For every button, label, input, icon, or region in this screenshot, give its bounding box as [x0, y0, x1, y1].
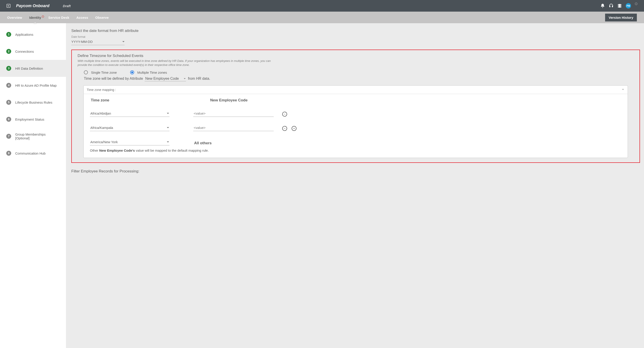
radio-single-label: Single Time zone — [91, 71, 117, 74]
tab-service-desk[interactable]: Service Desk — [48, 16, 69, 19]
timezone-mapping-card: Time zone mapping : Time zone New Employ… — [84, 85, 628, 158]
timezone-section-description: With multiple time zones, events will be… — [78, 59, 274, 67]
mapping-value-input[interactable] — [193, 126, 274, 131]
timezone-section-title: Define Timezone for Scheduled Events — [78, 54, 634, 58]
attribute-sentence: Time zone will be defined by Attribute N… — [78, 77, 634, 81]
chevron-down-icon — [167, 127, 169, 128]
step-label: Connections — [15, 50, 34, 53]
timezone-footnote: Other New Employee Code's value will be … — [90, 149, 622, 152]
tab-identity-label: Identity — [29, 16, 41, 19]
main-content: Select the date format from HR attribute… — [66, 23, 644, 348]
column-header-value: New Employee Code — [188, 98, 268, 103]
footnote-bold: New Employee Code's — [99, 149, 135, 152]
timezone-select[interactable]: Africa/Kampala — [90, 126, 170, 131]
timezone-mapping-row: Africa/Kampala — [90, 126, 622, 131]
step-number-badge: 3 — [6, 66, 11, 71]
step-label: Applications — [15, 33, 33, 36]
step-number-badge: 1 — [6, 32, 11, 37]
default-timezone-value: America/New York — [90, 140, 118, 144]
tab-access[interactable]: Access — [76, 16, 88, 19]
step-number-badge: 7 — [6, 134, 11, 139]
step-label: Group Memberships [Optional] — [15, 133, 60, 140]
remove-row-button[interactable] — [282, 126, 287, 131]
tab-overview[interactable]: Overview — [7, 16, 22, 19]
tab-bar: Overview Identity Service Desk Access Ob… — [0, 12, 644, 23]
date-format-section-title: Select the date format from HR attribute — [71, 29, 640, 33]
sidebar-step[interactable]: 5Lifecycle Business Rules — [0, 94, 66, 111]
timezone-section-highlight: Define Timezone for Scheduled Events Wit… — [71, 50, 640, 163]
step-number-badge: 6 — [6, 117, 11, 122]
default-timezone-select[interactable]: America/New York — [90, 140, 170, 145]
tab-identity[interactable]: Identity — [29, 16, 41, 19]
mapping-value-input[interactable] — [193, 111, 274, 117]
warning-icon — [634, 4, 638, 8]
timezone-mapping-header-label: Time zone mapping : — [87, 88, 116, 92]
chevron-down-icon — [167, 113, 169, 114]
timezone-select[interactable]: Africa/Abidjan — [90, 111, 170, 117]
radio-multiple-label: Multiple Time zones — [137, 71, 167, 74]
notifications-icon[interactable] — [600, 3, 605, 8]
tab-observe[interactable]: Observe — [95, 16, 109, 19]
sidebar-step[interactable]: 3HR Data Definition — [0, 60, 66, 77]
filter-section-title: Filter Employee Records for Processing: — [71, 169, 640, 174]
sidebar-step[interactable]: 1Applications — [0, 26, 66, 43]
date-format-value: YYYY-MM-DD — [71, 40, 92, 43]
sidebar-step[interactable]: 4HR to Azure AD Profile Map — [0, 77, 66, 94]
attribute-sentence-pre: Time zone will be defined by Attribute — [84, 77, 143, 81]
all-others-label: All others — [193, 141, 212, 145]
footnote-pre: Other — [90, 149, 99, 152]
library-icon[interactable] — [617, 3, 622, 8]
attribute-sentence-post: from HR data. — [188, 77, 210, 81]
user-avatar[interactable]: PM — [626, 3, 631, 8]
app-title: Paycom Onboard — [16, 3, 50, 8]
timezone-select-value: Africa/Kampala — [90, 126, 113, 130]
timezone-radio-group: Single Time zone Multiple Time zones — [78, 70, 634, 74]
add-row-button[interactable] — [292, 126, 296, 131]
radio-single-timezone[interactable]: Single Time zone — [84, 70, 117, 74]
attribute-select-value: New Employee Code — [145, 77, 179, 81]
step-label: HR Data Definition — [15, 67, 43, 70]
chevron-up-icon — [622, 88, 624, 92]
headset-icon[interactable] — [609, 3, 614, 8]
svg-point-3 — [636, 4, 636, 4]
step-label: HR to Azure AD Profile Map — [15, 84, 56, 87]
step-label: Communication Hub — [15, 152, 46, 155]
sidebar-step[interactable]: 8Communication Hub — [0, 145, 66, 162]
chevron-down-icon — [167, 141, 169, 143]
chevron-down-icon — [184, 78, 186, 79]
footnote-post: value will be mapped to the default mapp… — [135, 149, 209, 152]
timezone-mapping-row: Africa/Abidjan — [90, 111, 622, 117]
step-number-badge: 2 — [6, 49, 11, 54]
radio-unchecked-icon — [84, 70, 88, 74]
date-format-select[interactable]: YYYY-MM-DD — [71, 39, 124, 45]
timezone-select-value: Africa/Abidjan — [90, 111, 111, 115]
chevron-down-icon — [122, 41, 124, 42]
radio-multiple-timezones[interactable]: Multiple Time zones — [130, 70, 167, 74]
date-format-label: Date format — [71, 35, 640, 38]
step-number-badge: 5 — [6, 100, 11, 105]
timezone-mapping-header[interactable]: Time zone mapping : — [84, 86, 628, 94]
attribute-select[interactable]: New Employee Code — [145, 77, 186, 81]
back-icon[interactable] — [6, 3, 11, 8]
step-number-badge: 8 — [6, 151, 11, 156]
step-label: Lifecycle Business Rules — [15, 101, 52, 104]
column-header-timezone: Time zone — [90, 98, 170, 103]
step-number-badge: 4 — [6, 83, 11, 88]
svg-rect-0 — [7, 4, 10, 7]
error-icon — [42, 15, 44, 17]
step-label: Employment Status — [15, 118, 44, 121]
sidebar-step[interactable]: 7Group Memberships [Optional] — [0, 128, 66, 145]
draft-status: Draft — [63, 4, 71, 8]
remove-row-button[interactable] — [282, 112, 287, 117]
sidebar-step[interactable]: 2Connections — [0, 43, 66, 60]
sidebar-step[interactable]: 6Employment Status — [0, 111, 66, 128]
wizard-sidebar: 1Applications2Connections3HR Data Defini… — [0, 23, 66, 348]
version-history-button[interactable]: Version History — [605, 14, 637, 21]
app-header: Paycom Onboard Draft PM — [0, 0, 644, 12]
svg-point-6 — [43, 17, 43, 17]
radio-checked-icon — [130, 70, 134, 74]
